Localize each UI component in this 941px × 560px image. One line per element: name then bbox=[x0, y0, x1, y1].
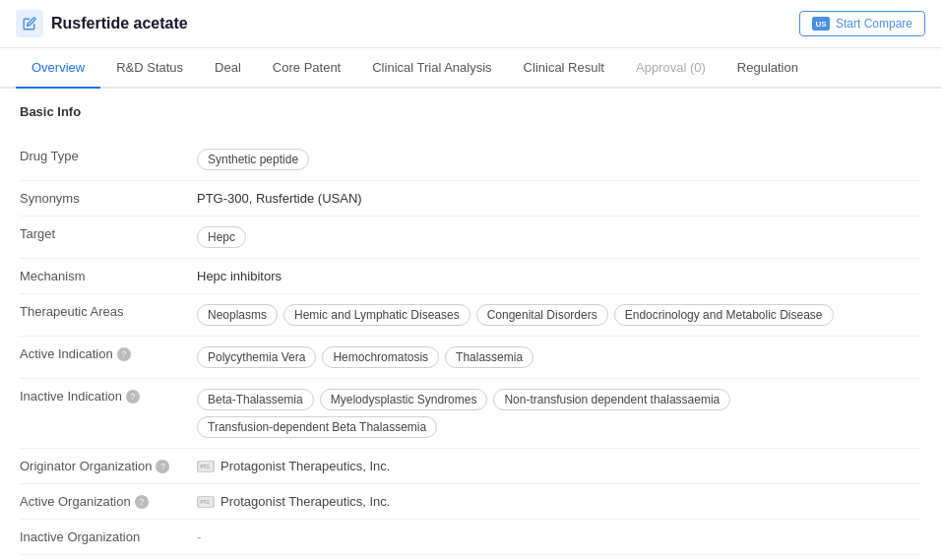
active-org-label: Active Organization ? bbox=[20, 494, 197, 509]
inactive-org-value: - bbox=[197, 529, 921, 544]
tab-deal[interactable]: Deal bbox=[199, 48, 257, 89]
tag-non-transfusion[interactable]: Non-transfusion dependent thalassaemia bbox=[493, 389, 730, 410]
mechanism-value: Hepc inhibitors bbox=[197, 269, 921, 283]
inactive-indication-help-icon[interactable]: ? bbox=[126, 390, 140, 404]
originator-org-name: Protagonist Therapeutics, Inc. bbox=[220, 459, 390, 473]
pencil-icon bbox=[16, 10, 43, 37]
svg-text:PTG: PTG bbox=[201, 465, 211, 469]
originator-org-item[interactable]: PTG Protagonist Therapeutics, Inc. bbox=[197, 459, 390, 473]
therapeutic-areas-label: Therapeutic Areas bbox=[20, 304, 197, 319]
inactive-indication-label: Inactive Indication ? bbox=[20, 389, 197, 404]
therapeutic-areas-row: Therapeutic Areas Neoplasms Hemic and Ly… bbox=[20, 294, 921, 337]
target-value: Hepc bbox=[197, 226, 921, 248]
tag-congenital[interactable]: Congenital Disorders bbox=[476, 304, 608, 326]
tag-transfusion-dependent[interactable]: Transfusion-dependent Beta Thalassemia bbox=[197, 416, 437, 438]
active-org-item[interactable]: PTG Protagonist Therapeutics, Inc. bbox=[197, 494, 390, 509]
synonyms-value: PTG-300, Rusfertide (USAN) bbox=[197, 191, 921, 206]
active-indication-label: Active Indication ? bbox=[20, 346, 197, 361]
svg-text:PTG: PTG bbox=[201, 500, 211, 505]
target-label: Target bbox=[20, 226, 197, 241]
header: Rusfertide acetate US Start Compare bbox=[0, 0, 941, 48]
drug-type-row: Drug Type Synthetic peptide bbox=[20, 139, 921, 181]
originator-org-logo: PTG bbox=[197, 461, 215, 472]
therapeutic-areas-value: Neoplasms Hemic and Lymphatic Diseases C… bbox=[197, 304, 921, 326]
originator-org-value: PTG Protagonist Therapeutics, Inc. bbox=[197, 459, 921, 473]
main-content: Basic Info Drug Type Synthetic peptide S… bbox=[0, 89, 941, 560]
active-org-logo: PTG bbox=[197, 496, 215, 508]
tab-overview[interactable]: Overview bbox=[16, 48, 100, 89]
start-compare-label: Start Compare bbox=[836, 17, 912, 31]
drug-type-label: Drug Type bbox=[20, 149, 197, 163]
active-org-row: Active Organization ? PTG Protagonist Th… bbox=[20, 484, 921, 520]
target-row: Target Hepc bbox=[20, 217, 921, 259]
originator-org-help-icon[interactable]: ? bbox=[156, 460, 169, 473]
inactive-indication-row: Inactive Indication ? Beta-Thalassemia M… bbox=[20, 379, 921, 449]
start-compare-button[interactable]: US Start Compare bbox=[799, 11, 925, 36]
tag-endocrinology[interactable]: Endocrinology and Metabolic Disease bbox=[614, 304, 834, 326]
compare-icon: US bbox=[812, 17, 830, 31]
tag-myelodysplastic[interactable]: Myelodysplastic Syndromes bbox=[320, 389, 488, 410]
tag-hepc[interactable]: Hepc bbox=[197, 226, 246, 248]
drug-highest-phase-row: Drug Highest Phase ? Phase 3 bbox=[20, 555, 921, 560]
active-indication-row: Active Indication ? Polycythemia Vera He… bbox=[20, 337, 921, 379]
header-left: Rusfertide acetate bbox=[16, 10, 188, 37]
active-indication-value: Polycythemia Vera Hemochromatosis Thalas… bbox=[197, 346, 921, 368]
active-org-value: PTG Protagonist Therapeutics, Inc. bbox=[197, 494, 921, 509]
tag-neoplasms[interactable]: Neoplasms bbox=[197, 304, 278, 326]
tab-approval: Approval (0) bbox=[620, 48, 721, 89]
tag-polycythemia[interactable]: Polycythemia Vera bbox=[197, 346, 316, 368]
tag-hemochromatosis[interactable]: Hemochromatosis bbox=[322, 346, 439, 368]
mechanism-row: Mechanism Hepc inhibitors bbox=[20, 259, 921, 294]
tab-regulation[interactable]: Regulation bbox=[721, 48, 814, 89]
mechanism-label: Mechanism bbox=[20, 269, 197, 283]
inactive-org-row: Inactive Organization - bbox=[20, 520, 921, 555]
active-indication-help-icon[interactable]: ? bbox=[117, 347, 131, 361]
section-title: Basic Info bbox=[20, 104, 921, 123]
tag-hemic[interactable]: Hemic and Lymphatic Diseases bbox=[283, 304, 470, 326]
tag-synthetic-peptide[interactable]: Synthetic peptide bbox=[197, 149, 309, 170]
synonyms-label: Synonyms bbox=[20, 191, 197, 206]
originator-org-label: Originator Organization ? bbox=[20, 459, 197, 473]
active-org-help-icon[interactable]: ? bbox=[135, 495, 149, 509]
tab-clinical-trial-analysis[interactable]: Clinical Trial Analysis bbox=[356, 48, 507, 89]
active-org-name: Protagonist Therapeutics, Inc. bbox=[220, 494, 390, 509]
nav-tabs: Overview R&D Status Deal Core Patent Cli… bbox=[0, 48, 941, 89]
inactive-indication-value: Beta-Thalassemia Myelodysplastic Syndrom… bbox=[197, 389, 921, 438]
drug-type-value: Synthetic peptide bbox=[197, 149, 921, 170]
synonyms-row: Synonyms PTG-300, Rusfertide (USAN) bbox=[20, 181, 921, 217]
tab-core-patent[interactable]: Core Patent bbox=[257, 48, 356, 89]
tag-thalassemia[interactable]: Thalassemia bbox=[445, 346, 533, 368]
tab-clinical-result[interactable]: Clinical Result bbox=[508, 48, 620, 89]
tab-rd-status[interactable]: R&D Status bbox=[100, 48, 199, 89]
originator-org-row: Originator Organization ? PTG Protagonis… bbox=[20, 449, 921, 484]
page-title: Rusfertide acetate bbox=[51, 15, 188, 32]
inactive-org-label: Inactive Organization bbox=[20, 529, 197, 544]
tag-beta-thalassemia[interactable]: Beta-Thalassemia bbox=[197, 389, 314, 410]
inactive-org-dash: - bbox=[197, 529, 201, 544]
